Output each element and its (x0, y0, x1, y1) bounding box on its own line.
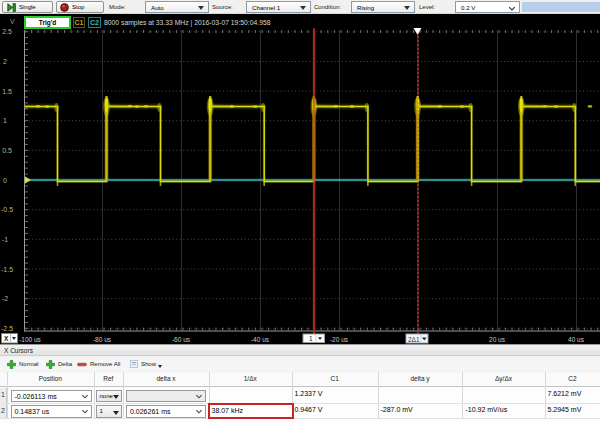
svg-text:-40 us: -40 us (251, 336, 270, 343)
svg-text:1: 1 (309, 335, 313, 342)
svg-text:-80 us: -80 us (93, 336, 112, 343)
svg-text:-0.5: -0.5 (1, 206, 13, 213)
svg-text:0: 0 (3, 177, 7, 184)
svg-text:20 us: 20 us (489, 336, 506, 343)
svg-text:2: 2 (3, 58, 7, 65)
svg-text:-1: -1 (2, 236, 8, 243)
svg-text:2.5: 2.5 (2, 28, 12, 35)
svg-text:X: X (4, 335, 9, 342)
svg-text:0.5: 0.5 (2, 147, 12, 154)
svg-text:-20 us: -20 us (330, 336, 349, 343)
svg-text:40 us: 40 us (568, 336, 585, 343)
svg-text:-1.5: -1.5 (1, 266, 13, 273)
svg-text:-60 us: -60 us (172, 336, 191, 343)
svg-text:1.5: 1.5 (2, 88, 12, 95)
svg-text:-2: -2 (2, 295, 8, 302)
svg-text:-100 us: -100 us (19, 336, 41, 343)
svg-text:2Δ1: 2Δ1 (408, 336, 420, 343)
svg-text:-2.5: -2.5 (1, 325, 13, 332)
svg-text:1: 1 (3, 117, 7, 124)
